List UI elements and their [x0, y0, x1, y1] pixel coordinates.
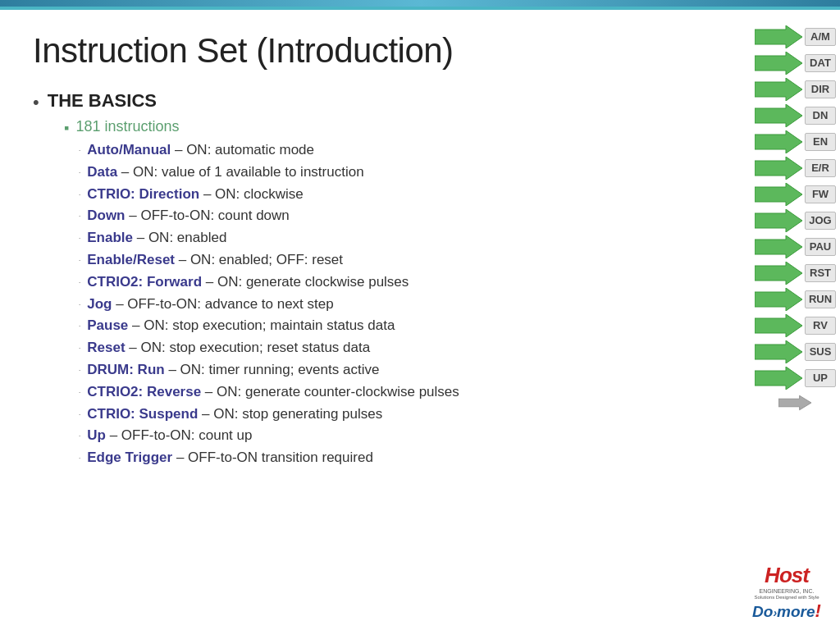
arrow-item: RUN	[754, 287, 836, 312]
arrow-label: SUS	[805, 343, 836, 362]
list-item-text: Reset – ON: stop execution; reset status…	[87, 338, 370, 358]
list-item: ·DRUM: Run – ON: timer running; events a…	[79, 360, 742, 380]
list-item: ·Reset – ON: stop execution; reset statu…	[79, 338, 742, 358]
list-item-text: Auto/Manual – ON: automatic mode	[87, 140, 314, 160]
list-item-dot: ·	[79, 279, 80, 286]
main-bullet-label: THE BASICS	[48, 90, 157, 112]
green-arrow-icon	[754, 366, 803, 390]
green-arrow-icon	[754, 156, 803, 180]
teal-bar	[0, 7, 840, 10]
list-item-dot: ·	[79, 322, 80, 330]
small-arrow-item	[778, 394, 811, 412]
arrow-label: DIR	[805, 80, 836, 99]
svg-marker-5	[755, 157, 802, 180]
green-arrow-icon	[754, 77, 803, 102]
svg-marker-11	[755, 314, 802, 337]
svg-marker-8	[755, 235, 802, 258]
page-title: Instruction Set (Introduction)	[33, 31, 742, 71]
green-arrow-icon	[754, 235, 803, 259]
main-bullet-dot: •	[33, 92, 39, 113]
svg-marker-1	[755, 52, 802, 75]
green-arrow-icon	[754, 287, 803, 312]
arrow-item: RST	[754, 261, 836, 285]
arrow-label: JOG	[805, 212, 836, 231]
list-item: ·Enable/Reset – ON: enabled; OFF: reset	[79, 250, 742, 270]
green-arrow-icon	[754, 103, 803, 128]
list-item-dot: ·	[79, 432, 80, 440]
arrow-label: PAU	[805, 238, 836, 257]
main-bullet: • THE BASICS	[33, 90, 742, 113]
list-item: ·CTRIO: Direction – ON: clockwise	[79, 185, 742, 204]
list-item: ·Pause – ON: stop execution; maintain st…	[79, 316, 742, 336]
arrow-label: EN	[805, 133, 836, 152]
list-item-text: Up – OFF-to-ON: count up	[87, 426, 252, 445]
svg-marker-13	[755, 367, 802, 390]
items-list: ·Auto/Manual – ON: automatic mode·Data –…	[79, 140, 742, 468]
logo-area: Host ENGINEERING, INC.Solutions Designed…	[742, 563, 832, 622]
arrow-label: DAT	[805, 54, 836, 73]
list-item-dot: ·	[79, 367, 80, 374]
right-sidebar: A/M DAT DIR DN EN E/R FW JOG PAU RST RUN…	[750, 15, 840, 630]
list-item-dot: ·	[79, 169, 80, 176]
arrow-label: RST	[805, 264, 836, 283]
list-item: ·Data – ON: value of 1 available to inst…	[79, 162, 742, 182]
list-item-dot: ·	[79, 454, 80, 462]
arrow-item: JOG	[754, 208, 836, 233]
arrow-label: DN	[805, 107, 836, 126]
green-arrow-icon	[754, 261, 803, 285]
arrow-label: UP	[805, 369, 836, 388]
text-area: Instruction Set (Introduction) • THE BAS…	[0, 15, 750, 630]
host-sub-text: ENGINEERING, INC.Solutions Designed with…	[754, 588, 819, 600]
list-item-text: Enable/Reset – ON: enabled; OFF: reset	[87, 250, 343, 270]
arrow-item: FW	[754, 182, 836, 207]
arrow-item: DAT	[754, 51, 836, 75]
main-content: Instruction Set (Introduction) • THE BAS…	[0, 15, 840, 630]
list-item: ·Jog – OFF-to-ON: advance to next step	[79, 294, 742, 314]
arrow-label: FW	[805, 185, 836, 204]
svg-marker-12	[755, 340, 802, 363]
svg-marker-7	[755, 209, 802, 232]
list-item-text: Edge Trigger – OFF-to-ON transition requ…	[87, 448, 373, 468]
svg-marker-3	[755, 104, 802, 127]
arrow-label: RUN	[805, 290, 836, 309]
list-item-dot: ·	[79, 191, 80, 199]
list-item-text: CTRIO: Suspend – ON: stop generating pul…	[87, 404, 382, 424]
list-item-text: Enable – ON: enabled	[87, 228, 226, 248]
domore-text: Do›more!	[752, 600, 821, 622]
list-item-text: CTRIO2: Reverse – ON: generate counter-c…	[87, 382, 459, 402]
green-arrow-icon	[754, 130, 803, 154]
arrow-item: SUS	[754, 340, 836, 364]
svg-marker-2	[755, 78, 802, 101]
list-item: ·Up – OFF-to-ON: count up	[79, 426, 742, 445]
list-item: ·Auto/Manual – ON: automatic mode	[79, 140, 742, 160]
list-item-dot: ·	[79, 147, 80, 154]
arrow-item: A/M	[754, 25, 836, 49]
svg-marker-14	[778, 395, 811, 410]
arrow-item: UP	[754, 366, 836, 390]
list-item-dot: ·	[79, 389, 80, 396]
sub-bullet-label: 181 instructions	[75, 118, 179, 135]
svg-marker-0	[755, 25, 802, 48]
list-item-text: Down – OFF-to-ON: count down	[87, 206, 290, 226]
list-item-dot: ·	[79, 301, 80, 308]
list-item-dot: ·	[79, 345, 80, 352]
list-item: ·CTRIO2: Forward – ON: generate clockwis…	[79, 272, 742, 292]
svg-marker-4	[755, 130, 802, 153]
green-arrow-icon	[754, 25, 803, 49]
host-brand-text: Host	[765, 563, 809, 588]
arrow-item: EN	[754, 130, 836, 154]
list-item-text: DRUM: Run – ON: timer running; events ac…	[87, 360, 379, 380]
svg-marker-9	[755, 262, 802, 285]
host-logo: Host ENGINEERING, INC.Solutions Designed…	[742, 563, 832, 622]
list-item-dot: ·	[79, 257, 80, 264]
top-bar	[0, 0, 840, 7]
arrow-label: RV	[805, 317, 836, 336]
list-item-dot: ·	[79, 212, 80, 220]
svg-marker-6	[755, 183, 802, 206]
arrow-item: DN	[754, 103, 836, 128]
list-item: ·CTRIO2: Reverse – ON: generate counter-…	[79, 382, 742, 402]
arrow-item: DIR	[754, 77, 836, 102]
arrow-label: E/R	[805, 159, 836, 178]
green-arrow-icon	[754, 182, 803, 207]
green-arrow-icon	[754, 208, 803, 233]
